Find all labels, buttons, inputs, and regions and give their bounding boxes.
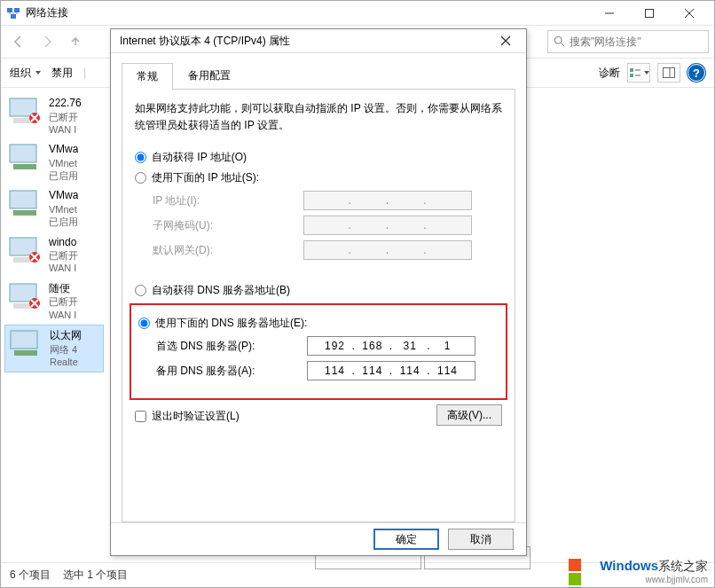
- dialog-tabs: 常规 备用配置: [122, 62, 515, 90]
- tab-alternate[interactable]: 备用配置: [173, 62, 246, 89]
- adapter-icon: [6, 282, 43, 312]
- search-icon: [554, 35, 566, 48]
- svg-rect-5: [630, 68, 633, 72]
- disable-button[interactable]: 禁用: [51, 66, 73, 81]
- input-ip-address: ...: [303, 191, 472, 210]
- ipv4-properties-dialog: Internet 协议版本 4 (TCP/IPv4) 属性 常规 备用配置 如果…: [110, 28, 527, 556]
- svg-point-4: [554, 36, 562, 43]
- watermark: Windows系统之家 www.bjjmlv.com: [568, 558, 708, 584]
- svg-rect-21: [11, 331, 37, 349]
- windows-logo-icon: [568, 558, 594, 584]
- organize-menu[interactable]: 组织: [10, 66, 41, 81]
- label-gateway: 默认网关(D):: [153, 243, 303, 258]
- svg-rect-2: [11, 14, 16, 19]
- close-icon: [500, 35, 511, 46]
- list-item[interactable]: 随便已断开WAN I: [4, 278, 104, 325]
- radio-ip-manual[interactable]: 使用下面的 IP 地址(S):: [135, 170, 502, 185]
- network-list: 222.76已断开WAN I VMwaVMnet已启用 VMwaVMnet已启用…: [1, 88, 107, 562]
- svg-rect-14: [13, 210, 36, 216]
- chevron-down-icon: [644, 71, 649, 74]
- advanced-button[interactable]: 高级(V)...: [436, 404, 502, 426]
- nav-forward-button[interactable]: [35, 29, 59, 54]
- svg-rect-6: [630, 74, 633, 77]
- adapter-icon: [6, 143, 43, 173]
- radio-dns-manual[interactable]: 使用下面的 DNS 服务器地址(E):: [138, 316, 499, 331]
- svg-rect-0: [7, 8, 12, 12]
- svg-rect-3: [645, 9, 653, 17]
- label-alternate-dns: 备用 DNS 服务器(A):: [156, 364, 307, 379]
- input-gateway: ...: [303, 240, 472, 260]
- preview-pane-button[interactable]: [657, 63, 680, 82]
- input-preferred-dns[interactable]: 192. 168. 31. 1: [307, 336, 475, 356]
- list-item[interactable]: windo已断开WAN I: [4, 232, 104, 278]
- svg-rect-12: [13, 164, 36, 169]
- radio-ip-auto-input[interactable]: [135, 152, 146, 163]
- cancel-button[interactable]: 取消: [448, 529, 514, 550]
- input-subnet-mask: ...: [303, 216, 472, 235]
- adapter-icon: [6, 97, 43, 127]
- svg-rect-22: [14, 350, 37, 356]
- view-menu[interactable]: [627, 63, 650, 82]
- checkbox-validate-input[interactable]: [135, 411, 146, 422]
- svg-rect-7: [664, 68, 675, 78]
- tab-general[interactable]: 常规: [122, 63, 173, 90]
- chevron-down-icon: [35, 71, 41, 74]
- diagnose-button[interactable]: 诊断: [599, 66, 620, 81]
- label-preferred-dns: 首选 DNS 服务器(P):: [156, 339, 307, 354]
- parent-titlebar: 网络连接: [1, 1, 714, 26]
- maximize-button[interactable]: [629, 1, 669, 26]
- radio-dns-auto[interactable]: 自动获得 DNS 服务器地址(B): [135, 283, 502, 298]
- watermark-url: www.bjjmlv.com: [600, 575, 708, 584]
- svg-rect-13: [10, 191, 36, 208]
- minimize-button[interactable]: [589, 1, 629, 26]
- list-item[interactable]: 222.76已断开WAN I: [4, 93, 104, 139]
- close-button[interactable]: [669, 1, 709, 26]
- svg-rect-1: [14, 8, 20, 12]
- adapter-icon: [6, 236, 43, 266]
- search-input[interactable]: [570, 35, 703, 48]
- radio-dns-manual-input[interactable]: [138, 318, 150, 329]
- tab-content: 如果网络支持此功能，则可以获取自动指派的 IP 设置。否则，你需要从网络系统管理…: [122, 90, 515, 522]
- ok-button[interactable]: 确定: [373, 529, 439, 550]
- status-item-count: 6 个项目: [10, 568, 51, 583]
- input-alternate-dns[interactable]: 114. 114. 114. 114: [307, 361, 475, 380]
- nav-up-button[interactable]: [63, 29, 88, 54]
- search-box[interactable]: [547, 30, 709, 53]
- status-selected-count: 选中 1 个项目: [63, 568, 128, 583]
- dialog-footer: 确定 取消: [111, 522, 526, 555]
- radio-ip-auto[interactable]: 自动获得 IP 地址(O): [135, 150, 502, 165]
- parent-title: 网络连接: [26, 5, 589, 20]
- adapter-icon: [7, 329, 44, 359]
- label-subnet-mask: 子网掩码(U):: [153, 218, 303, 233]
- annotation-red-frame: 使用下面的 DNS 服务器地址(E): 首选 DNS 服务器(P): 192. …: [130, 303, 507, 400]
- label-ip-address: IP 地址(I):: [153, 193, 303, 208]
- nav-back-button[interactable]: [6, 29, 31, 54]
- radio-ip-manual-input[interactable]: [135, 172, 146, 184]
- intro-text: 如果网络支持此功能，则可以获取自动指派的 IP 设置。否则，你需要从网络系统管理…: [135, 100, 502, 134]
- dialog-close-button[interactable]: [494, 29, 517, 52]
- list-item[interactable]: VMwaVMnet已启用: [4, 185, 104, 231]
- dialog-titlebar: Internet 协议版本 4 (TCP/IPv4) 属性: [111, 29, 526, 53]
- list-item[interactable]: 以太网网络 4Realte: [4, 325, 104, 372]
- list-item[interactable]: VMwaVMnet已启用: [4, 139, 104, 185]
- radio-dns-auto-input[interactable]: [135, 285, 146, 296]
- dialog-title: Internet 协议版本 4 (TCP/IPv4) 属性: [120, 34, 494, 49]
- network-icon: [6, 6, 20, 20]
- svg-rect-11: [10, 145, 36, 162]
- adapter-icon: [6, 189, 43, 219]
- help-button[interactable]: ?: [688, 64, 705, 82]
